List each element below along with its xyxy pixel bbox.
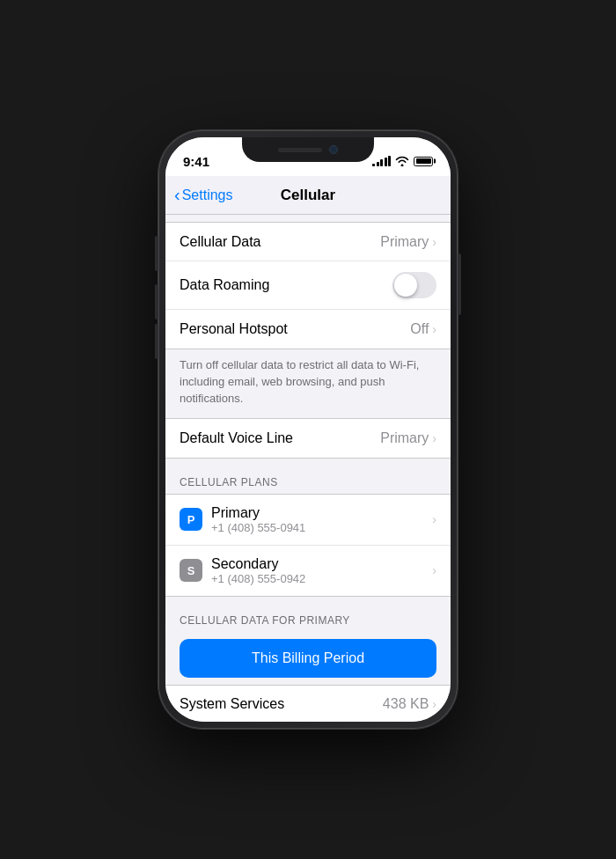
cellular-plans-header: CELLULAR PLANS (165, 459, 451, 494)
primary-plan-row[interactable]: P Primary +1 (408) 555-0941 › (165, 495, 451, 546)
secondary-plan-name: Secondary (211, 556, 432, 572)
info-text-section: Turn off cellular data to restrict all d… (165, 349, 451, 418)
chevron-right-icon: › (432, 235, 436, 249)
cellular-data-primary-header: CELLULAR DATA FOR PRIMARY (165, 597, 451, 632)
voice-line-section: Default Voice Line Primary › (165, 418, 451, 459)
wifi-icon (395, 156, 409, 166)
default-voice-line-value: Primary › (380, 430, 436, 446)
back-chevron-icon: ‹ (174, 186, 180, 203)
toggle-thumb (394, 274, 417, 297)
billing-section: This Billing Period (165, 632, 451, 685)
camera (329, 145, 338, 154)
battery-icon (414, 157, 433, 166)
page-title: Cellular (281, 187, 335, 204)
personal-hotspot-value: Off › (410, 321, 436, 337)
personal-hotspot-label: Personal Hotspot (180, 321, 288, 337)
phone-frame: 9:41 (158, 130, 458, 729)
primary-plan-name: Primary (211, 505, 432, 521)
data-roaming-row[interactable]: Data Roaming (165, 261, 451, 310)
billing-period-button[interactable]: This Billing Period (180, 639, 436, 678)
default-voice-line-label: Default Voice Line (180, 430, 293, 446)
signal-icon (372, 156, 391, 166)
chevron-right-icon: › (432, 322, 436, 336)
phone-screen: 9:41 (165, 137, 451, 722)
system-services-row[interactable]: System Services 438 KB › (165, 686, 451, 722)
notch (242, 137, 374, 162)
system-services-label: System Services (180, 696, 284, 712)
cellular-data-info: Turn off cellular data to restrict all d… (180, 358, 419, 405)
cellular-data-row[interactable]: Cellular Data Primary › (165, 223, 451, 261)
personal-hotspot-row[interactable]: Personal Hotspot Off › (165, 310, 451, 349)
back-label: Settings (182, 187, 233, 203)
content-area: Cellular Data Primary › Data Roaming Per… (165, 215, 451, 722)
secondary-plan-badge: S (180, 559, 202, 582)
primary-plan-number: +1 (408) 555-0941 (211, 521, 432, 534)
chevron-right-icon: › (432, 697, 436, 711)
cellular-data-value: Primary › (380, 234, 436, 250)
primary-plan-info: Primary +1 (408) 555-0941 (211, 505, 432, 534)
chevron-right-icon: › (432, 431, 436, 445)
secondary-plan-row[interactable]: S Secondary +1 (408) 555-0942 › (165, 546, 451, 596)
data-roaming-label: Data Roaming (180, 277, 269, 293)
cellular-plans-section: P Primary +1 (408) 555-0941 › S Secondar… (165, 494, 451, 597)
top-spacer (165, 215, 451, 222)
chevron-right-icon: › (432, 563, 436, 577)
chevron-right-icon: › (432, 512, 436, 526)
data-usage-section: System Services 438 KB › (165, 685, 451, 722)
main-settings-section: Cellular Data Primary › Data Roaming Per… (165, 222, 451, 349)
navigation-bar: ‹ Settings Cellular (165, 176, 451, 215)
primary-plan-badge: P (180, 508, 202, 531)
default-voice-line-row[interactable]: Default Voice Line Primary › (165, 419, 451, 458)
status-icons (372, 156, 433, 166)
data-roaming-toggle[interactable] (392, 272, 436, 298)
speaker (278, 148, 322, 152)
secondary-plan-info: Secondary +1 (408) 555-0942 (211, 556, 432, 585)
cellular-data-label: Cellular Data (180, 234, 260, 250)
status-time: 9:41 (183, 154, 209, 169)
back-button[interactable]: ‹ Settings (174, 187, 232, 203)
system-services-value: 438 KB › (383, 696, 436, 712)
secondary-plan-number: +1 (408) 555-0942 (211, 572, 432, 585)
